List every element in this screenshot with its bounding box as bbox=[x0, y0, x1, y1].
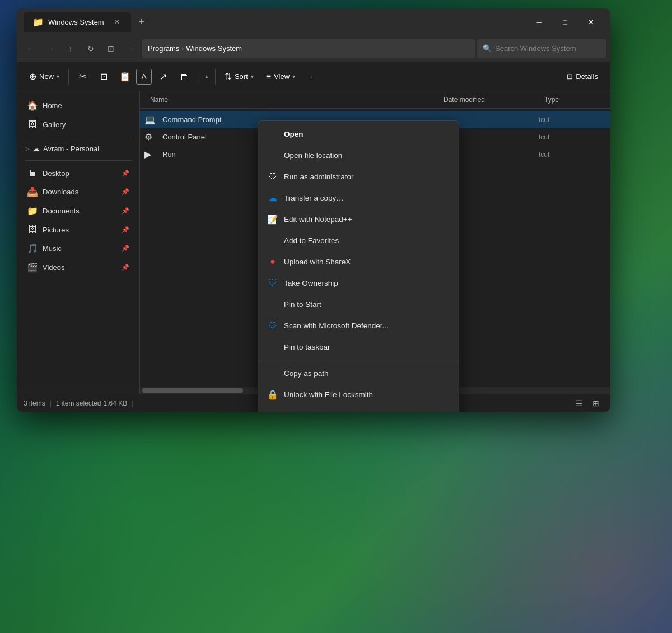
tab-title: Windows System bbox=[48, 18, 104, 26]
grid-view-button[interactable]: ⊞ bbox=[588, 397, 604, 409]
sidebar-item-home[interactable]: 🏠 Home bbox=[19, 96, 137, 115]
pin-icon-pictures: 📌 bbox=[122, 226, 129, 234]
pin-icon-videos: 📌 bbox=[122, 264, 129, 271]
sidebar-label-home: Home bbox=[43, 101, 62, 110]
column-type[interactable]: Type bbox=[539, 91, 606, 108]
toolbar-divider-3 bbox=[215, 69, 216, 85]
status-sep-2: | bbox=[132, 399, 133, 407]
ctx-scan-defender-icon: 🛡 bbox=[267, 320, 278, 331]
copy-button[interactable]: ⊡ bbox=[94, 67, 114, 87]
command-prompt-icon: 💻 bbox=[144, 114, 158, 125]
ctx-add-favorites[interactable]: Add to Favorites bbox=[258, 230, 459, 251]
forward-button[interactable]: → bbox=[41, 40, 59, 58]
window-controls: ─ □ ✕ bbox=[526, 13, 604, 31]
sidebar-item-desktop[interactable]: 🖥 Desktop 📌 bbox=[19, 164, 137, 182]
close-button[interactable]: ✕ bbox=[578, 13, 604, 31]
ctx-scan-defender-label: Scan with Microsoft Defender... bbox=[284, 322, 389, 330]
paste-button[interactable]: 📋 bbox=[115, 67, 135, 87]
sidebar-expander-avram[interactable]: ▷ ☁ Avram - Personal bbox=[17, 141, 139, 157]
cut-button[interactable]: ✂ bbox=[72, 67, 92, 87]
more-nav-button[interactable]: ··· bbox=[122, 40, 140, 58]
delete-button[interactable]: 🗑 bbox=[174, 67, 194, 87]
ctx-share-label: Share bbox=[284, 412, 304, 412]
view-icon: ≡ bbox=[266, 72, 271, 82]
sidebar-item-videos[interactable]: 🎬 Videos 📌 bbox=[19, 258, 137, 277]
ctx-pin-taskbar[interactable]: Pin to taskbar bbox=[258, 336, 459, 357]
ctx-open-location[interactable]: Open file location bbox=[258, 145, 459, 166]
location-button[interactable]: ⊡ bbox=[102, 40, 120, 58]
ctx-copy-path-icon bbox=[267, 367, 278, 379]
details-label: Details bbox=[576, 72, 598, 81]
sidebar-item-music[interactable]: 🎵 Music 📌 bbox=[19, 239, 137, 258]
minimize-button[interactable]: ─ bbox=[526, 13, 552, 31]
ctx-pin-taskbar-label: Pin to taskbar bbox=[284, 343, 330, 351]
ctx-upload-sharex-icon: ● bbox=[267, 256, 278, 267]
maximize-button[interactable]: □ bbox=[552, 13, 578, 31]
ctx-run-as-admin[interactable]: 🛡 Run as administrator bbox=[258, 166, 459, 187]
refresh-button[interactable]: ↻ bbox=[82, 40, 100, 58]
music-icon: 🎵 bbox=[27, 243, 38, 254]
tab-close-button[interactable]: ✕ bbox=[112, 17, 122, 27]
ctx-share[interactable]: ↗ Share bbox=[258, 405, 459, 412]
ctx-pin-start[interactable]: Pin to Start bbox=[258, 294, 459, 315]
selected-count: 1 item selected bbox=[56, 399, 101, 407]
sidebar-item-downloads[interactable]: 📥 Downloads 📌 bbox=[19, 183, 137, 201]
ctx-open-icon bbox=[267, 128, 278, 139]
sidebar-divider-1 bbox=[25, 137, 132, 137]
ctx-run-as-admin-label: Run as administrator bbox=[284, 173, 354, 181]
ctx-upload-sharex[interactable]: ● Upload with ShareX bbox=[258, 251, 459, 272]
ctx-open-location-icon bbox=[267, 150, 278, 161]
ctx-transfer-copy[interactable]: ☁ Transfer a copy… bbox=[258, 187, 459, 208]
ctx-take-ownership[interactable]: 🛡 Take Ownership bbox=[258, 272, 459, 294]
breadcrumb-programs[interactable]: Programs bbox=[148, 44, 179, 53]
more-button[interactable]: ··· bbox=[302, 67, 322, 87]
sidebar-item-gallery[interactable]: 🖼 Gallery bbox=[19, 115, 137, 133]
new-tab-button[interactable]: + bbox=[133, 13, 150, 30]
ctx-pin-taskbar-icon bbox=[267, 341, 278, 352]
view-button[interactable]: ≡ View ▾ bbox=[260, 68, 301, 85]
new-label: New bbox=[39, 72, 54, 81]
new-icon: ⊕ bbox=[29, 71, 36, 82]
ctx-copy-path[interactable]: Copy as path bbox=[258, 362, 459, 384]
breadcrumb[interactable]: Programs › Windows System bbox=[142, 39, 475, 58]
breadcrumb-windows-system[interactable]: Windows System bbox=[186, 44, 242, 53]
share-button[interactable]: ↗ bbox=[153, 67, 173, 87]
pin-icon-music: 📌 bbox=[122, 245, 129, 252]
sidebar-label-pictures: Pictures bbox=[43, 226, 69, 234]
ctx-share-icon: ↗ bbox=[267, 410, 278, 412]
up-button[interactable]: ↑ bbox=[62, 40, 80, 58]
new-button[interactable]: ⊕ New ▾ bbox=[24, 68, 65, 85]
ctx-scan-defender[interactable]: 🛡 Scan with Microsoft Defender... bbox=[258, 315, 459, 336]
ctx-run-as-admin-icon: 🛡 bbox=[267, 171, 278, 182]
pin-icon-desktop: 📌 bbox=[122, 170, 129, 177]
window-tab[interactable]: 📁 Windows System ✕ bbox=[24, 12, 131, 32]
view-chevron-icon: ▾ bbox=[292, 73, 295, 80]
sidebar-label-downloads: Downloads bbox=[43, 188, 78, 196]
rename-button[interactable]: A bbox=[136, 69, 152, 85]
search-icon: 🔍 bbox=[483, 44, 492, 53]
column-date[interactable]: Date modified bbox=[438, 91, 539, 108]
ctx-edit-notepad[interactable]: 📝 Edit with Notepad++ bbox=[258, 208, 459, 230]
desktop-icon: 🖥 bbox=[27, 168, 38, 178]
search-box[interactable]: 🔍 Search Windows System bbox=[477, 39, 606, 58]
sidebar-item-documents[interactable]: 📁 Documents 📌 bbox=[19, 202, 137, 220]
column-name[interactable]: Name bbox=[144, 91, 438, 108]
sort-button[interactable]: ⇅ Sort ▾ bbox=[219, 68, 259, 85]
details-button[interactable]: ⊡ Details bbox=[561, 69, 604, 84]
scrollbar-thumb[interactable] bbox=[142, 388, 243, 393]
ctx-unlock-locksmith[interactable]: 🔒 Unlock with File Locksmith bbox=[258, 384, 459, 405]
view-label: View bbox=[274, 72, 290, 81]
list-view-button[interactable]: ☰ bbox=[571, 397, 587, 409]
address-bar: ← → ↑ ↻ ⊡ ··· Programs › Windows System … bbox=[17, 35, 610, 62]
home-icon: 🏠 bbox=[27, 100, 38, 111]
back-button[interactable]: ← bbox=[21, 40, 39, 58]
sidebar-item-pictures[interactable]: 🖼 Pictures 📌 bbox=[19, 221, 137, 239]
pin-icon-downloads: 📌 bbox=[122, 188, 129, 196]
gallery-icon: 🖼 bbox=[27, 119, 38, 129]
new-chevron-icon: ▾ bbox=[57, 73, 59, 80]
file-list-header: Name Date modified Type bbox=[140, 91, 610, 109]
ctx-open[interactable]: Open bbox=[258, 123, 459, 145]
sidebar: 🏠 Home 🖼 Gallery ▷ ☁ Avram - Personal 🖥 … bbox=[17, 91, 140, 394]
ctx-open-location-label: Open file location bbox=[284, 151, 342, 160]
tab-folder-icon: 📁 bbox=[32, 17, 44, 27]
